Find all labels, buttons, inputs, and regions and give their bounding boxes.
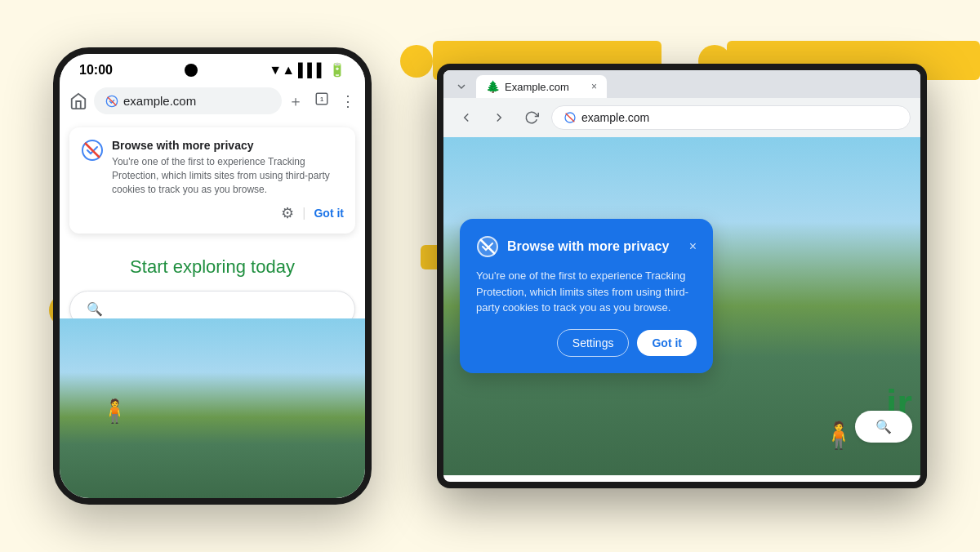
phone-tracking-icon bbox=[81, 139, 104, 162]
phone-status-icons: ▼▲ ▌▌▌ 🔋 bbox=[269, 62, 345, 78]
tab-favicon: 🌲 bbox=[486, 80, 500, 93]
battery-icon: 🔋 bbox=[329, 62, 345, 78]
tablet-url-text: example.com bbox=[581, 111, 649, 124]
desktop-tracking-icon bbox=[476, 235, 499, 258]
signal-icon: ▌▌▌ bbox=[298, 63, 326, 78]
phone-notification-card: Browse with more privacy You're one of t… bbox=[69, 127, 355, 234]
tablet-dropdown-btn[interactable] bbox=[450, 75, 473, 98]
tab-switcher-icon[interactable]: 1 bbox=[314, 91, 329, 110]
back-button[interactable] bbox=[453, 105, 479, 131]
phone-got-it-button[interactable]: Got it bbox=[314, 207, 344, 220]
desktop-notif-title: Browse with more privacy bbox=[507, 239, 681, 254]
svg-line-7 bbox=[566, 114, 575, 122]
phone-settings-icon[interactable]: ⚙ bbox=[281, 204, 294, 222]
tablet-tab-bar: 🌲 Example.com × bbox=[443, 70, 920, 98]
tablet-person-figure: 🧍 bbox=[822, 420, 855, 451]
desktop-notification-popup: Browse with more privacy × You're one of… bbox=[460, 219, 713, 373]
phone-url-input[interactable]: example.com bbox=[94, 87, 282, 114]
phone-notif-title: Browse with more privacy bbox=[112, 139, 344, 152]
phone-notif-icon bbox=[81, 139, 104, 222]
phone-time: 10:00 bbox=[79, 63, 113, 78]
reload-button[interactable] bbox=[519, 105, 545, 131]
svg-text:1: 1 bbox=[320, 96, 323, 103]
phone-status-bar: 10:00 ▼▲ ▌▌▌ 🔋 bbox=[60, 54, 365, 81]
main-container: 10:00 ▼▲ ▌▌▌ 🔋 exa bbox=[0, 0, 980, 552]
tablet-search-area[interactable]: 🔍 bbox=[855, 411, 912, 443]
desktop-got-it-button[interactable]: Got it bbox=[637, 330, 697, 356]
home-button[interactable] bbox=[69, 92, 87, 110]
desktop-notif-desc: You're one of the first to experience Tr… bbox=[476, 268, 697, 316]
tablet-page: Browse with more privacy × You're one of… bbox=[443, 137, 920, 475]
tablet-tracking-icon-url bbox=[564, 111, 577, 124]
tab-title: Example.com bbox=[505, 81, 586, 93]
tablet-inner: 🌲 Example.com × bbox=[443, 70, 920, 482]
phone-landscape: 🧍 bbox=[60, 318, 365, 498]
phone-camera bbox=[185, 64, 198, 77]
phone-notif-content: Browse with more privacy You're one of t… bbox=[112, 139, 344, 222]
desktop-close-button[interactable]: × bbox=[689, 239, 697, 254]
tab-close-button[interactable]: × bbox=[591, 81, 597, 92]
forward-button[interactable] bbox=[486, 105, 512, 131]
tracking-protection-icon-small bbox=[105, 95, 118, 108]
wifi-icon: ▼▲ bbox=[269, 63, 295, 78]
desktop-settings-button[interactable]: Settings bbox=[557, 329, 630, 357]
desktop-notif-actions: Settings Got it bbox=[476, 329, 697, 357]
tablet-mockup: 🌲 Example.com × bbox=[437, 64, 927, 488]
tablet-tab[interactable]: 🌲 Example.com × bbox=[476, 75, 607, 98]
tablet-search-icon: 🔍 bbox=[875, 419, 892, 434]
phone-url-text: example.com bbox=[123, 94, 196, 108]
phone-url-bar: example.com ＋ 1 ⋮ bbox=[60, 81, 365, 121]
phone-toolbar-icons: ＋ 1 ⋮ bbox=[288, 91, 355, 111]
tablet-url-bar[interactable]: example.com bbox=[551, 105, 911, 130]
phone-mockup: 10:00 ▼▲ ▌▌▌ 🔋 exa bbox=[53, 47, 372, 505]
menu-icon[interactable]: ⋮ bbox=[341, 92, 355, 110]
phone-person-figure: 🧍 bbox=[100, 398, 129, 425]
new-tab-icon[interactable]: ＋ bbox=[288, 91, 303, 111]
svg-line-1 bbox=[108, 96, 117, 105]
phone-notif-actions: ⚙ | Got it bbox=[112, 204, 344, 222]
phone-notif-desc: You're one of the first to experience Tr… bbox=[112, 155, 344, 196]
search-icon: 🔍 bbox=[87, 301, 103, 317]
desktop-notif-header: Browse with more privacy × bbox=[476, 235, 697, 258]
phone-action-divider: | bbox=[302, 206, 305, 220]
tablet-nav-bar: example.com bbox=[443, 98, 920, 137]
phone-start-text: Start exploring today bbox=[69, 256, 355, 278]
